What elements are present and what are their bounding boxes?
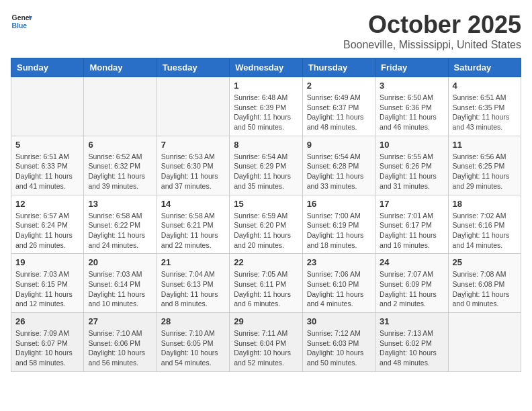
week-row-1: 1Sunrise: 6:48 AM Sunset: 6:39 PM Daylig… bbox=[11, 77, 521, 136]
calendar-cell: 12Sunrise: 6:57 AM Sunset: 6:24 PM Dayli… bbox=[11, 195, 84, 254]
day-info: Sunrise: 7:06 AM Sunset: 6:10 PM Dayligh… bbox=[307, 269, 371, 309]
day-info: Sunrise: 6:51 AM Sunset: 6:33 PM Dayligh… bbox=[15, 152, 79, 191]
calendar-cell: 5Sunrise: 6:51 AM Sunset: 6:33 PM Daylig… bbox=[11, 136, 84, 195]
day-number: 30 bbox=[307, 316, 371, 326]
day-number: 1 bbox=[234, 81, 298, 91]
day-number: 19 bbox=[15, 257, 79, 267]
calendar-cell bbox=[157, 77, 229, 136]
day-info: Sunrise: 6:55 AM Sunset: 6:26 PM Dayligh… bbox=[380, 152, 443, 191]
day-info: Sunrise: 6:54 AM Sunset: 6:28 PM Dayligh… bbox=[307, 152, 371, 191]
calendar-cell bbox=[84, 77, 157, 136]
calendar-cell: 28Sunrise: 7:10 AM Sunset: 6:05 PM Dayli… bbox=[157, 313, 229, 372]
day-number: 5 bbox=[15, 140, 79, 150]
weekday-header-friday: Friday bbox=[375, 58, 448, 77]
svg-text:Blue: Blue bbox=[12, 22, 28, 30]
week-row-5: 26Sunrise: 7:09 AM Sunset: 6:07 PM Dayli… bbox=[11, 313, 521, 372]
day-info: Sunrise: 6:53 AM Sunset: 6:30 PM Dayligh… bbox=[161, 152, 225, 191]
day-number: 12 bbox=[15, 199, 79, 209]
day-number: 8 bbox=[234, 140, 298, 150]
weekday-header-monday: Monday bbox=[84, 58, 157, 77]
header: General Blue October 2025 Booneville, Mi… bbox=[11, 11, 521, 51]
day-number: 3 bbox=[380, 81, 443, 91]
day-number: 23 bbox=[307, 257, 371, 267]
day-info: Sunrise: 7:03 AM Sunset: 6:15 PM Dayligh… bbox=[15, 269, 79, 309]
day-info: Sunrise: 6:58 AM Sunset: 6:21 PM Dayligh… bbox=[161, 211, 225, 250]
day-info: Sunrise: 6:49 AM Sunset: 6:37 PM Dayligh… bbox=[307, 93, 371, 132]
calendar-cell bbox=[448, 313, 521, 372]
day-number: 31 bbox=[380, 316, 443, 326]
day-info: Sunrise: 6:56 AM Sunset: 6:25 PM Dayligh… bbox=[453, 152, 517, 191]
weekday-header-row: SundayMondayTuesdayWednesdayThursdayFrid… bbox=[11, 58, 521, 77]
logo-icon: General Blue bbox=[11, 11, 32, 32]
day-info: Sunrise: 7:08 AM Sunset: 6:08 PM Dayligh… bbox=[453, 269, 517, 309]
day-number: 20 bbox=[88, 257, 152, 267]
calendar-cell: 16Sunrise: 7:00 AM Sunset: 6:19 PM Dayli… bbox=[302, 195, 375, 254]
calendar-cell: 26Sunrise: 7:09 AM Sunset: 6:07 PM Dayli… bbox=[11, 313, 84, 372]
day-info: Sunrise: 7:10 AM Sunset: 6:05 PM Dayligh… bbox=[161, 328, 225, 368]
month-title: October 2025 bbox=[343, 11, 521, 39]
day-info: Sunrise: 7:00 AM Sunset: 6:19 PM Dayligh… bbox=[307, 211, 371, 250]
day-info: Sunrise: 6:51 AM Sunset: 6:35 PM Dayligh… bbox=[453, 93, 517, 132]
day-info: Sunrise: 6:52 AM Sunset: 6:32 PM Dayligh… bbox=[88, 152, 152, 191]
day-number: 28 bbox=[161, 316, 225, 326]
day-info: Sunrise: 7:13 AM Sunset: 6:02 PM Dayligh… bbox=[380, 328, 443, 368]
calendar-cell bbox=[11, 77, 84, 136]
calendar-cell: 13Sunrise: 6:58 AM Sunset: 6:22 PM Dayli… bbox=[84, 195, 157, 254]
day-info: Sunrise: 6:57 AM Sunset: 6:24 PM Dayligh… bbox=[15, 211, 79, 250]
day-number: 27 bbox=[88, 316, 152, 326]
day-number: 14 bbox=[161, 199, 225, 209]
calendar: SundayMondayTuesdayWednesdayThursdayFrid… bbox=[11, 58, 521, 372]
calendar-cell: 30Sunrise: 7:12 AM Sunset: 6:03 PM Dayli… bbox=[302, 313, 375, 372]
calendar-cell: 11Sunrise: 6:56 AM Sunset: 6:25 PM Dayli… bbox=[448, 136, 521, 195]
calendar-cell: 27Sunrise: 7:10 AM Sunset: 6:06 PM Dayli… bbox=[84, 313, 157, 372]
day-info: Sunrise: 7:12 AM Sunset: 6:03 PM Dayligh… bbox=[307, 328, 371, 368]
calendar-cell: 14Sunrise: 6:58 AM Sunset: 6:21 PM Dayli… bbox=[157, 195, 229, 254]
day-info: Sunrise: 6:58 AM Sunset: 6:22 PM Dayligh… bbox=[88, 211, 152, 250]
calendar-cell: 21Sunrise: 7:04 AM Sunset: 6:13 PM Dayli… bbox=[157, 254, 229, 313]
day-info: Sunrise: 6:48 AM Sunset: 6:39 PM Dayligh… bbox=[234, 93, 298, 132]
day-info: Sunrise: 7:10 AM Sunset: 6:06 PM Dayligh… bbox=[88, 328, 152, 368]
weekday-header-wednesday: Wednesday bbox=[230, 58, 302, 77]
calendar-cell: 8Sunrise: 6:54 AM Sunset: 6:29 PM Daylig… bbox=[230, 136, 302, 195]
calendar-cell: 1Sunrise: 6:48 AM Sunset: 6:39 PM Daylig… bbox=[230, 77, 302, 136]
day-info: Sunrise: 6:50 AM Sunset: 6:36 PM Dayligh… bbox=[380, 93, 443, 132]
day-number: 11 bbox=[453, 140, 517, 150]
calendar-cell: 20Sunrise: 7:03 AM Sunset: 6:14 PM Dayli… bbox=[84, 254, 157, 313]
weekday-header-thursday: Thursday bbox=[302, 58, 375, 77]
location-title: Booneville, Mississippi, United States bbox=[343, 39, 521, 51]
calendar-cell: 22Sunrise: 7:05 AM Sunset: 6:11 PM Dayli… bbox=[230, 254, 302, 313]
day-number: 9 bbox=[307, 140, 371, 150]
day-number: 24 bbox=[380, 257, 443, 267]
calendar-cell: 4Sunrise: 6:51 AM Sunset: 6:35 PM Daylig… bbox=[448, 77, 521, 136]
calendar-cell: 2Sunrise: 6:49 AM Sunset: 6:37 PM Daylig… bbox=[302, 77, 375, 136]
calendar-cell: 25Sunrise: 7:08 AM Sunset: 6:08 PM Dayli… bbox=[448, 254, 521, 313]
day-number: 16 bbox=[307, 199, 371, 209]
calendar-cell: 31Sunrise: 7:13 AM Sunset: 6:02 PM Dayli… bbox=[375, 313, 448, 372]
day-number: 2 bbox=[307, 81, 371, 91]
weekday-header-sunday: Sunday bbox=[11, 58, 84, 77]
week-row-2: 5Sunrise: 6:51 AM Sunset: 6:33 PM Daylig… bbox=[11, 136, 521, 195]
day-number: 4 bbox=[453, 81, 517, 91]
calendar-cell: 29Sunrise: 7:11 AM Sunset: 6:04 PM Dayli… bbox=[230, 313, 302, 372]
calendar-cell: 7Sunrise: 6:53 AM Sunset: 6:30 PM Daylig… bbox=[157, 136, 229, 195]
day-number: 6 bbox=[88, 140, 152, 150]
week-row-3: 12Sunrise: 6:57 AM Sunset: 6:24 PM Dayli… bbox=[11, 195, 521, 254]
calendar-cell: 9Sunrise: 6:54 AM Sunset: 6:28 PM Daylig… bbox=[302, 136, 375, 195]
calendar-cell: 3Sunrise: 6:50 AM Sunset: 6:36 PM Daylig… bbox=[375, 77, 448, 136]
day-number: 13 bbox=[88, 199, 152, 209]
day-number: 22 bbox=[234, 257, 298, 267]
day-info: Sunrise: 7:05 AM Sunset: 6:11 PM Dayligh… bbox=[234, 269, 298, 309]
day-info: Sunrise: 7:07 AM Sunset: 6:09 PM Dayligh… bbox=[380, 269, 443, 309]
day-number: 17 bbox=[380, 199, 443, 209]
day-info: Sunrise: 6:59 AM Sunset: 6:20 PM Dayligh… bbox=[234, 211, 298, 250]
day-info: Sunrise: 7:03 AM Sunset: 6:14 PM Dayligh… bbox=[88, 269, 152, 309]
calendar-cell: 17Sunrise: 7:01 AM Sunset: 6:17 PM Dayli… bbox=[375, 195, 448, 254]
weekday-header-tuesday: Tuesday bbox=[157, 58, 229, 77]
day-number: 21 bbox=[161, 257, 225, 267]
day-info: Sunrise: 6:54 AM Sunset: 6:29 PM Dayligh… bbox=[234, 152, 298, 191]
day-info: Sunrise: 7:11 AM Sunset: 6:04 PM Dayligh… bbox=[234, 328, 298, 368]
calendar-cell: 19Sunrise: 7:03 AM Sunset: 6:15 PM Dayli… bbox=[11, 254, 84, 313]
day-number: 26 bbox=[15, 316, 79, 326]
day-info: Sunrise: 7:01 AM Sunset: 6:17 PM Dayligh… bbox=[380, 211, 443, 250]
calendar-cell: 24Sunrise: 7:07 AM Sunset: 6:09 PM Dayli… bbox=[375, 254, 448, 313]
